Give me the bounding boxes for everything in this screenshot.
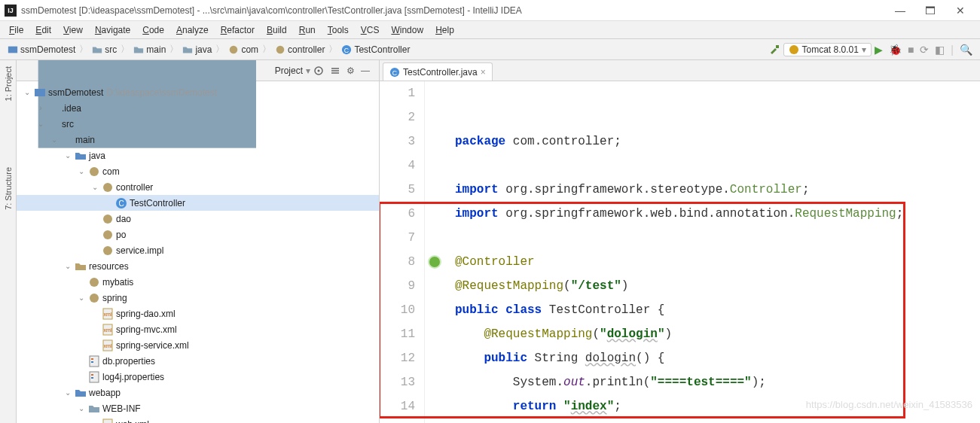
stop-button-icon: ■ xyxy=(908,44,914,56)
code-line-7[interactable]: @RequestMapping("/test") xyxy=(455,274,980,298)
code-editor[interactable]: 1234567891011121314 package com.controll… xyxy=(380,81,980,423)
tree-node-controller[interactable]: ⌄controller xyxy=(17,179,379,195)
left-tool-rail: 1: Project7: Structure xyxy=(0,60,17,423)
build-button[interactable] xyxy=(765,44,783,56)
menu-refactor[interactable]: Refactor xyxy=(215,23,261,37)
tree-node-ssmdemotest[interactable]: ⌄ssmDemotestD:\ideaspace\ssmDemotest xyxy=(17,84,379,100)
svg-rect-30 xyxy=(91,374,93,376)
tomcat-icon xyxy=(789,44,799,55)
menu-code[interactable]: Code xyxy=(136,23,170,37)
code-line-3[interactable]: import org.springframework.stereotype.Co… xyxy=(455,178,980,202)
tree-node-web-xml[interactable]: xmlweb.xml xyxy=(17,416,379,423)
tree-node-log4j-properties[interactable]: log4j.properties xyxy=(17,369,379,385)
run-button[interactable]: ▶ xyxy=(872,44,886,56)
menu-help[interactable]: Help xyxy=(429,23,460,37)
menu-navigate[interactable]: Navigate xyxy=(89,23,136,37)
svg-rect-27 xyxy=(91,358,93,360)
spring-bean-icon[interactable] xyxy=(428,255,441,269)
code-line-6[interactable]: @Controller xyxy=(455,250,980,274)
project-tree[interactable]: ⌄ssmDemotestD:\ideaspace\ssmDemotest›.id… xyxy=(17,81,379,423)
profile-button[interactable]: ◧ xyxy=(932,44,948,56)
tree-node-web-inf[interactable]: ⌄WEB-INF xyxy=(17,400,379,416)
tree-node--idea[interactable]: ›.idea xyxy=(17,100,379,116)
menu-window[interactable]: Window xyxy=(385,23,429,37)
menu-edit[interactable]: Edit xyxy=(29,23,57,37)
code-line-11[interactable]: System.out.println("====test===="); xyxy=(455,370,980,394)
tree-arrow[interactable]: ⌄ xyxy=(77,294,86,302)
panel-settings-button[interactable]: ⚙ xyxy=(343,65,358,76)
code-line-10[interactable]: public String dologin() { xyxy=(455,346,980,370)
tree-node-spring-service-xml[interactable]: xmlspring-service.xml xyxy=(17,337,379,353)
search-button[interactable]: 🔍 xyxy=(957,44,975,56)
tree-arrow[interactable]: ⌄ xyxy=(50,135,59,144)
code-line-12[interactable]: return "index"; xyxy=(455,394,980,418)
code-line-2[interactable] xyxy=(455,154,980,178)
tree-node-src[interactable]: ⌄src xyxy=(17,116,379,132)
code-line-5[interactable] xyxy=(455,226,980,250)
breadcrumb-ssmdemotest[interactable]: ssmDemotest xyxy=(5,44,78,55)
tree-node-main[interactable]: ⌄main xyxy=(17,132,379,148)
tree-node-service-impl[interactable]: service.impl xyxy=(17,242,379,258)
breadcrumb-controller[interactable]: controller xyxy=(272,44,328,55)
code-line-1[interactable]: package com.controller; xyxy=(455,129,980,154)
tree-node-dao[interactable]: dao xyxy=(17,211,379,227)
menu-analyze[interactable]: Analyze xyxy=(170,23,215,37)
hide-panel-button[interactable]: — xyxy=(358,65,373,76)
breadcrumb-com[interactable]: com xyxy=(225,44,261,55)
tree-arrow[interactable]: ⌄ xyxy=(63,388,72,397)
line-number: 3 xyxy=(380,129,415,154)
code-line-9[interactable]: @RequestMapping("dologin") xyxy=(455,322,980,346)
tree-arrow[interactable]: ⌄ xyxy=(63,262,72,270)
project-tool-window: Project ▾ ⚙ — ⌄ssmDemotestD:\ideaspace\s… xyxy=(17,60,380,423)
tree-node-spring-mvc-xml[interactable]: xmlspring-mvc.xml xyxy=(17,321,379,337)
menu-run[interactable]: Run xyxy=(293,23,322,37)
menu-build[interactable]: Build xyxy=(261,23,293,37)
menu-vcs[interactable]: VCS xyxy=(355,23,386,37)
breadcrumb-src[interactable]: src xyxy=(89,44,120,55)
breadcrumb-java[interactable]: java xyxy=(179,44,215,55)
rail----structure[interactable]: 7: Structure xyxy=(4,164,13,213)
tree-arrow[interactable]: ⌄ xyxy=(63,151,72,160)
tree-arrow[interactable]: ⌄ xyxy=(90,183,99,191)
code-line-13[interactable]: } xyxy=(455,418,980,423)
tree-arrow[interactable]: ⌄ xyxy=(77,167,86,175)
editor-tab[interactable]: C TestController.java × xyxy=(383,62,493,81)
menu-file[interactable]: File xyxy=(3,23,29,37)
tree-node-mybatis[interactable]: mybatis xyxy=(17,274,379,290)
tree-node-testcontroller[interactable]: CTestController xyxy=(17,195,379,211)
code-line-8[interactable]: public class TestController { xyxy=(455,298,980,322)
tree-node-webapp[interactable]: ⌄webapp xyxy=(17,385,379,400)
tree-arrow[interactable]: › xyxy=(36,104,45,112)
locate-button[interactable] xyxy=(310,65,327,76)
line-number: 8 xyxy=(380,250,415,274)
tree-node-spring[interactable]: ⌄spring xyxy=(17,290,379,306)
run-configuration-selector[interactable]: Tomcat 8.0.01▾ xyxy=(783,43,872,56)
collapse-all-button[interactable] xyxy=(327,65,343,76)
menu-view[interactable]: View xyxy=(57,23,89,37)
code-line-4[interactable]: import org.springframework.web.bind.anno… xyxy=(455,202,980,226)
menu-tools[interactable]: Tools xyxy=(322,23,355,37)
tree-node-po[interactable]: po xyxy=(17,227,379,242)
tree-node-java[interactable]: ⌄java xyxy=(17,148,379,163)
tree-label: spring xyxy=(102,293,127,303)
close-window-button[interactable]: ✕ xyxy=(945,5,975,17)
tree-arrow[interactable]: ⌄ xyxy=(77,404,86,412)
breadcrumb-main[interactable]: main xyxy=(130,44,169,55)
maximize-button[interactable]: 🗖 xyxy=(915,5,945,17)
tree-node-db-properties[interactable]: db.properties xyxy=(17,353,379,369)
code-content[interactable]: package com.controller; import org.sprin… xyxy=(446,81,980,423)
tree-arrow[interactable]: ⌄ xyxy=(36,120,45,128)
coverage-button[interactable]: ⟳ xyxy=(917,44,932,56)
stop-button[interactable]: ■ xyxy=(905,44,917,56)
breadcrumb-testcontroller[interactable]: CTestController xyxy=(338,44,413,55)
debug-button[interactable]: 🐞 xyxy=(886,44,905,56)
tree-node-com[interactable]: ⌄com xyxy=(17,163,379,179)
tree-label: spring-service.xml xyxy=(116,340,189,351)
svg-point-2 xyxy=(276,45,285,53)
rail----project[interactable]: 1: Project xyxy=(4,63,13,104)
tree-node-spring-dao-xml[interactable]: xmlspring-dao.xml xyxy=(17,306,379,321)
tree-node-resources[interactable]: ⌄resources xyxy=(17,258,379,274)
close-tab-button[interactable]: × xyxy=(481,67,486,78)
minimize-button[interactable]: — xyxy=(885,5,915,17)
tree-arrow[interactable]: ⌄ xyxy=(23,88,32,96)
